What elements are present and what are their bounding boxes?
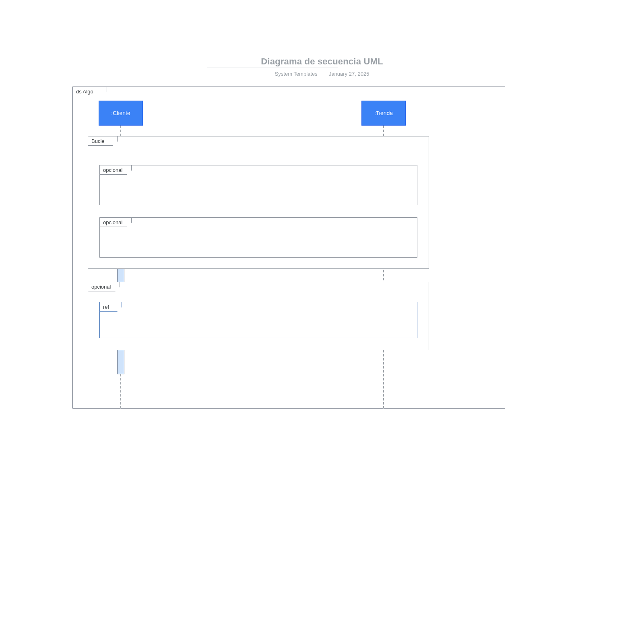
diagram-subtitle: System Templates January 27, 2025	[0, 71, 644, 77]
frame-optional-1-label: opcional	[99, 165, 132, 175]
subtitle-date: January 27, 2025	[329, 71, 369, 77]
frame-loop-label: Bucle	[88, 136, 118, 146]
frame-ref-label: ref	[99, 302, 122, 312]
frame-optional-3-label: opcional	[88, 282, 120, 291]
actor-tienda[interactable]: :Tienda	[361, 101, 406, 126]
subtitle-author: System Templates	[275, 71, 318, 77]
frame-optional-2-label: opcional	[99, 217, 132, 227]
diagram-title: Diagrama de secuencia UML	[0, 56, 644, 67]
actor-cliente-label: :Cliente	[111, 110, 130, 116]
subtitle-separator	[323, 72, 323, 77]
frame-ref[interactable]: ref	[99, 302, 417, 338]
frame-outer-label: ds Algo	[72, 87, 107, 96]
actor-tienda-label: :Tienda	[374, 110, 393, 116]
title-underline	[207, 68, 338, 68]
frame-optional-1[interactable]: opcional	[99, 165, 417, 205]
diagram-canvas: Diagrama de secuencia UML System Templat…	[0, 0, 644, 644]
frame-optional-2[interactable]: opcional	[99, 217, 417, 258]
actor-cliente[interactable]: :Cliente	[99, 101, 143, 126]
